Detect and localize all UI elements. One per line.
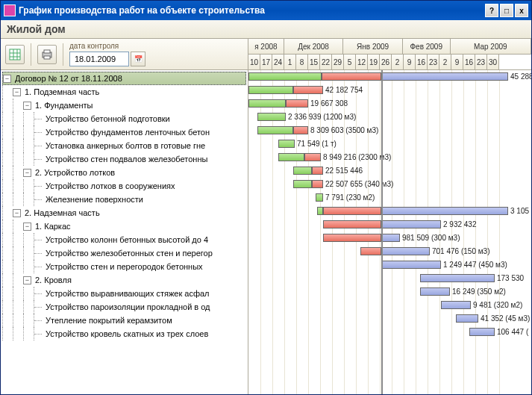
gantt-bar[interactable]: 3 105 962 bbox=[381, 207, 508, 215]
bar-value-label: 2 932 432 bbox=[443, 220, 477, 228]
gantt-bar[interactable] bbox=[293, 167, 312, 175]
tree-toggle[interactable]: − bbox=[13, 209, 21, 217]
print-button[interactable] bbox=[37, 45, 57, 64]
bar-value-label: 71 549 (1 т) bbox=[297, 140, 337, 148]
app-icon bbox=[4, 4, 16, 16]
tree-row[interactable]: −1. Подземная часть bbox=[2, 85, 246, 99]
tree-row[interactable]: −1. Каркас bbox=[2, 220, 246, 233]
gantt-row: 981 509 (300 м3) bbox=[248, 231, 531, 245]
tree-row[interactable]: −2. Кровля bbox=[2, 273, 246, 287]
gantt-row: 8 949 216 (2300 м3) bbox=[248, 151, 531, 164]
tree-row[interactable]: Устройство фундаментов ленточных бетон bbox=[2, 125, 246, 139]
day-header: 26 bbox=[380, 55, 392, 70]
separator bbox=[31, 43, 31, 66]
gantt-bar[interactable]: 8 309 603 (3500 м3) bbox=[293, 126, 308, 134]
tree-row[interactable]: Устройство железобетонных стен и перегор bbox=[2, 246, 246, 260]
gantt-bar[interactable]: 41 352 (45 м3) bbox=[456, 314, 478, 323]
tree-toggle[interactable]: − bbox=[23, 223, 31, 231]
gantt-bar[interactable] bbox=[360, 247, 381, 255]
tree-row[interactable]: −2. Устройство лотков bbox=[2, 166, 246, 179]
gantt-bar[interactable]: 106 447 ( bbox=[469, 328, 495, 336]
gantt-bar[interactable] bbox=[317, 207, 323, 215]
tree-row[interactable]: Устройство лотков в сооружениях bbox=[2, 179, 246, 193]
task-tree[interactable]: −Договор № 12 от 18.11.2008−1. Подземная… bbox=[1, 70, 248, 394]
gantt-bar[interactable]: 19 667 308 bbox=[286, 99, 308, 108]
tree-row[interactable]: Устройство стен подвалов железобетонны bbox=[2, 152, 246, 166]
gantt-bar[interactable]: 1 249 447 (450 м3) bbox=[381, 261, 441, 269]
gantt-bar[interactable]: 9 481 (320 м2) bbox=[441, 301, 471, 309]
gantt-bar[interactable] bbox=[323, 234, 381, 242]
gantt-bar[interactable]: 701 476 (150 м3) bbox=[381, 247, 430, 255]
gantt-bar[interactable] bbox=[323, 220, 381, 228]
tree-toggle[interactable]: − bbox=[23, 276, 31, 284]
tree-row[interactable]: −Договор № 12 от 18.11.2008 bbox=[2, 72, 246, 85]
object-name: Жилой дом bbox=[1, 20, 531, 39]
tree-row[interactable]: Устройство кровель скатных из трех слоев bbox=[2, 327, 246, 340]
bar-value-label: 45 288 71 bbox=[510, 72, 531, 81]
gantt-chart[interactable]: 45 288 7142 182 75419 667 3082 336 939 (… bbox=[248, 70, 531, 394]
gantt-bar[interactable]: 22 507 655 (340 м3) bbox=[312, 180, 323, 188]
tree-row[interactable]: Устройство колонн бетонных высотой до 4 bbox=[2, 233, 246, 246]
restore-button[interactable]: □ bbox=[500, 4, 513, 17]
tree-row[interactable]: −2. Надземная часть bbox=[2, 206, 246, 220]
gantt-bar[interactable]: 981 509 (300 м3) bbox=[381, 234, 400, 242]
tree-row[interactable]: Устройство выравнивающих стяжек асфал bbox=[2, 287, 246, 300]
tree-row[interactable]: Железнение поверхности bbox=[2, 193, 246, 206]
gantt-row: 3 105 962 bbox=[248, 205, 531, 218]
gantt-bar[interactable] bbox=[278, 153, 304, 161]
gantt-bar[interactable]: 42 182 754 bbox=[293, 86, 323, 94]
grid-button[interactable] bbox=[5, 45, 25, 64]
gantt-bar[interactable]: 2 336 939 (1200 м3) bbox=[257, 113, 286, 121]
gantt-row: 16 249 (350 м2) bbox=[248, 285, 531, 299]
day-header: 22 bbox=[320, 55, 332, 70]
tree-label: Установка анкерных болтов в готовые гне bbox=[44, 140, 207, 151]
gantt-bar[interactable] bbox=[248, 86, 293, 94]
bar-value-label: 2 336 939 (1200 м3) bbox=[288, 113, 356, 121]
tree-toggle[interactable]: − bbox=[23, 169, 31, 177]
tree-row[interactable]: Устройство бетонной подготовки bbox=[2, 112, 246, 125]
tree-row[interactable]: Установка анкерных болтов в готовые гне bbox=[2, 139, 246, 152]
gantt-row: 2 932 432 bbox=[248, 218, 531, 231]
svg-rect-6 bbox=[44, 50, 50, 53]
gantt-bar[interactable]: 22 515 446 bbox=[312, 167, 323, 175]
bar-value-label: 173 530 bbox=[497, 274, 524, 282]
gantt-bar[interactable]: 45 288 71 bbox=[381, 72, 508, 81]
gantt-bar[interactable]: 71 549 (1 т) bbox=[278, 140, 295, 148]
calendar-button[interactable]: 📅 bbox=[131, 52, 145, 66]
help-button[interactable]: ? bbox=[485, 4, 498, 17]
bar-value-label: 8 309 603 (3500 м3) bbox=[310, 126, 378, 134]
tree-row[interactable]: Устройство стен и перегородок бетонных bbox=[2, 260, 246, 273]
tree-label: Договор № 12 от 18.11.2008 bbox=[13, 73, 124, 84]
gantt-bar[interactable] bbox=[248, 72, 322, 81]
gantt-bar[interactable]: 2 932 432 bbox=[381, 220, 441, 228]
gantt-bar[interactable]: 8 949 216 (2300 м3) bbox=[304, 153, 321, 161]
tree-row[interactable]: Утепление покрытий керамзитом bbox=[2, 314, 246, 327]
control-date-input[interactable] bbox=[69, 52, 129, 66]
day-header: 12 bbox=[356, 55, 368, 70]
gantt-bar[interactable]: 16 249 (350 м2) bbox=[420, 287, 450, 296]
day-header: 2 bbox=[392, 55, 404, 70]
gantt-row: 9 481 (320 м2) bbox=[248, 299, 531, 312]
titlebar: График производства работ на объекте стр… bbox=[1, 1, 531, 20]
day-header: 30 bbox=[487, 55, 499, 70]
tree-toggle[interactable]: − bbox=[23, 102, 31, 110]
tree-toggle[interactable]: − bbox=[3, 75, 11, 83]
tree-label: Устройство стен и перегородок бетонных bbox=[44, 261, 204, 272]
day-header: 9 bbox=[451, 55, 463, 70]
tree-label: 1. Подземная часть bbox=[23, 87, 101, 97]
gantt-bar[interactable] bbox=[293, 180, 312, 188]
gantt-bar[interactable] bbox=[322, 72, 381, 81]
gantt-bar[interactable]: 173 530 bbox=[420, 274, 495, 282]
tree-row[interactable]: −1. Фундаменты bbox=[2, 99, 246, 112]
day-header: 24 bbox=[272, 55, 284, 70]
gantt-bar[interactable]: 7 791 (230 м2) bbox=[316, 193, 323, 202]
close-button[interactable]: x bbox=[515, 4, 528, 17]
day-header: 23 bbox=[475, 55, 487, 70]
gantt-bar[interactable] bbox=[248, 99, 286, 108]
tree-label: Устройство железобетонных стен и перегор bbox=[44, 248, 214, 258]
svg-rect-0 bbox=[10, 49, 20, 60]
tree-row[interactable]: Устройство пароизоляции прокладной в од bbox=[2, 300, 246, 314]
tree-toggle[interactable]: − bbox=[13, 88, 21, 96]
gantt-bar[interactable] bbox=[257, 126, 293, 134]
gantt-bar[interactable] bbox=[323, 207, 381, 215]
